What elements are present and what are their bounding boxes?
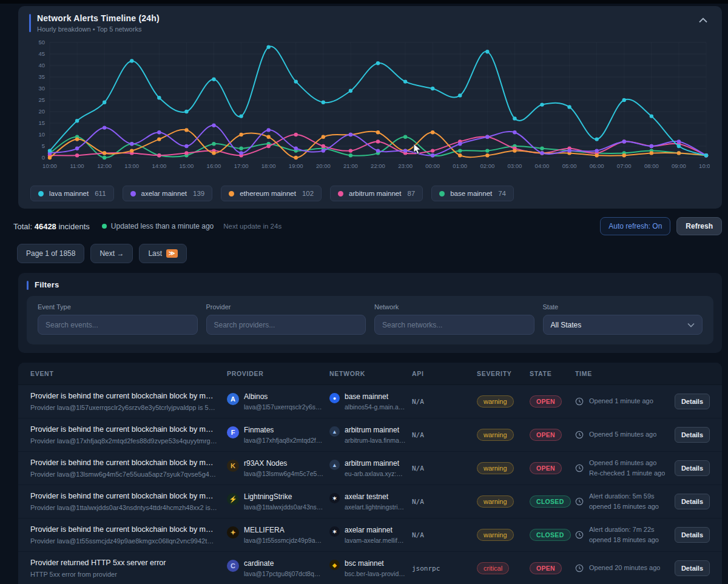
provider-avatar: A (227, 393, 239, 405)
column-state: STATE (530, 370, 575, 377)
series-name: arbitrum mainnet (349, 190, 401, 197)
column-network: NETWORK (329, 370, 412, 377)
accent-bar (27, 281, 29, 290)
svg-text:15:00: 15:00 (180, 163, 194, 169)
legend-item[interactable]: ethereum mainnet102 (221, 186, 322, 201)
svg-text:20:00: 20:00 (316, 163, 331, 169)
next-page-button[interactable]: Next → (90, 244, 133, 263)
updated-text: Updated less than a minute ago (111, 222, 214, 230)
event-type-search-input[interactable] (38, 315, 198, 335)
live-dot-icon (102, 224, 107, 229)
network-icon: ● (329, 393, 340, 403)
provider-avatar: ⚡ (227, 493, 239, 505)
svg-text:00:00: 00:00 (425, 163, 440, 169)
legend-item[interactable]: axelar mainnet139 (123, 186, 213, 201)
details-button[interactable]: Details (675, 394, 710, 409)
network-name: arbitrum mainnet (345, 426, 406, 434)
provider-cell: ⚡ LightningStrike lava@1ttalwxjdds0ar43n… (227, 492, 329, 511)
state-badge: OPEN (530, 395, 562, 408)
svg-text:17:00: 17:00 (234, 163, 249, 169)
chart-legend: lava mainnet611axelar mainnet139ethereum… (30, 186, 711, 201)
api-value: jsonrpc (412, 565, 477, 572)
state-badge: CLOSED (530, 495, 571, 508)
refresh-button[interactable]: Refresh (676, 217, 722, 235)
table-row: Provider returned HTTP 5xx server error … (18, 552, 722, 584)
details-button[interactable]: Details (675, 560, 710, 576)
network-name: arbitrum mainnet (345, 459, 406, 468)
svg-text:15: 15 (38, 119, 45, 126)
time-text: Opened 1 minute ago (589, 396, 653, 406)
provider-address: lava@1t55ssmcjdz49p9ae8km... (244, 537, 323, 544)
line-chart: 0510152025303540455010:0011:0012:0013:00… (29, 36, 711, 181)
updated-status: Updated less than a minute ago (102, 222, 214, 230)
provider-avatar: C (227, 560, 239, 572)
svg-text:05:00: 05:00 (562, 163, 577, 169)
top-strip (0, 0, 728, 4)
network-endpoint: eu-arb.axlava.xyz:443 (345, 470, 406, 477)
network-cell: ◆ bsc mainnet bsc.ber-lava-provider1... (329, 559, 412, 577)
details-button[interactable]: Details (675, 427, 710, 443)
column-time: TIME (575, 370, 667, 377)
network-cell: ✶ axelar mainnet lavam-axelar.mellifera.… (329, 526, 412, 544)
network-endpoint: albinos54-g.main.astra... (345, 403, 406, 411)
series-color-dot (338, 191, 343, 196)
time-cell: Opened 20 minutes ago (575, 563, 667, 573)
filters-title: Filters (35, 280, 59, 289)
details-button[interactable]: Details (675, 460, 710, 476)
status-bar: Total: 46428 incidents Updated less than… (13, 217, 722, 235)
svg-text:45: 45 (38, 50, 45, 57)
network-endpoint: axelart.lightningstrike.t... (345, 503, 406, 511)
svg-text:20: 20 (38, 108, 45, 115)
legend-item[interactable]: lava mainnet611 (30, 186, 114, 201)
svg-text:04:00: 04:00 (535, 163, 550, 169)
network-icon: ▲ (329, 460, 340, 470)
network-endpoint: bsc.ber-lava-provider1... (345, 570, 406, 577)
legend-item[interactable]: arbitrum mainnet87 (330, 186, 423, 201)
api-value: N/A (412, 465, 477, 472)
table-row: Provider is behind the current blockchai… (18, 519, 722, 552)
event-title: Provider is behind the current blockchai… (30, 458, 227, 467)
provider-name: cardinate (244, 559, 323, 568)
time-cell: Opened 1 minute ago (575, 396, 667, 406)
series-count: 102 (302, 190, 314, 197)
severity-badge: warning (477, 395, 514, 408)
auto-refresh-toggle[interactable]: Auto refresh: On (600, 217, 670, 235)
state-select[interactable]: All States (543, 315, 703, 335)
svg-text:01:00: 01:00 (453, 163, 467, 169)
last-page-button[interactable]: Last ≫ (139, 244, 186, 263)
provider-name: r93AX Nodes (244, 459, 323, 468)
provider-cell: C cardinate lava@17pctgu8tj07dct8q4mu... (227, 559, 329, 577)
api-value: N/A (412, 498, 477, 506)
severity-badge: warning (477, 462, 514, 474)
network-cell: ▲ arbitrum mainnet eu-arb.axlava.xyz:443 (329, 459, 412, 477)
event-type-label: Event Type (38, 303, 198, 310)
series-name: ethereum mainnet (240, 190, 296, 197)
clock-icon (575, 531, 584, 539)
table-row: Provider is behind the current blockchai… (18, 385, 722, 418)
provider-name: Finmates (244, 426, 323, 434)
provider-address: lava@1ttalwxjdds0ar43nsdnty... (244, 503, 323, 511)
series-count: 87 (407, 190, 415, 197)
legend-item[interactable]: base mainnet74 (431, 186, 514, 201)
total-label: Total: (13, 222, 32, 231)
provider-address: lava@17xhfjaq8x2mtqd2fes88... (244, 437, 323, 444)
provider-search-input[interactable] (206, 315, 366, 335)
series-name: lava mainnet (49, 190, 89, 197)
network-icon: ▲ (329, 426, 340, 437)
network-search-input[interactable] (374, 315, 534, 335)
page-indicator: Page 1 of 1858 (17, 244, 84, 263)
provider-address: lava@1l57uxerrqsclr2y6srzv8e... (244, 403, 323, 411)
event-subtitle: Provider lava@1ttalwxjdds0ar43nsdntys4tt… (30, 504, 227, 511)
filters-panel: Filters Event Type Provider Network Stat… (18, 273, 722, 353)
details-button[interactable]: Details (675, 494, 710, 509)
svg-text:02:00: 02:00 (480, 163, 494, 169)
provider-name: MELLIFERA (244, 526, 323, 534)
network-cell: ● base mainnet albinos54-g.main.astra... (329, 392, 412, 411)
next-update-text: Next update in 24s (223, 223, 281, 230)
total-value: 46428 (35, 222, 56, 231)
network-name: base mainnet (345, 392, 406, 401)
series-color-dot (130, 191, 136, 196)
details-button[interactable]: Details (675, 527, 710, 543)
svg-text:30: 30 (38, 85, 45, 92)
collapse-chart-button[interactable] (695, 13, 711, 27)
